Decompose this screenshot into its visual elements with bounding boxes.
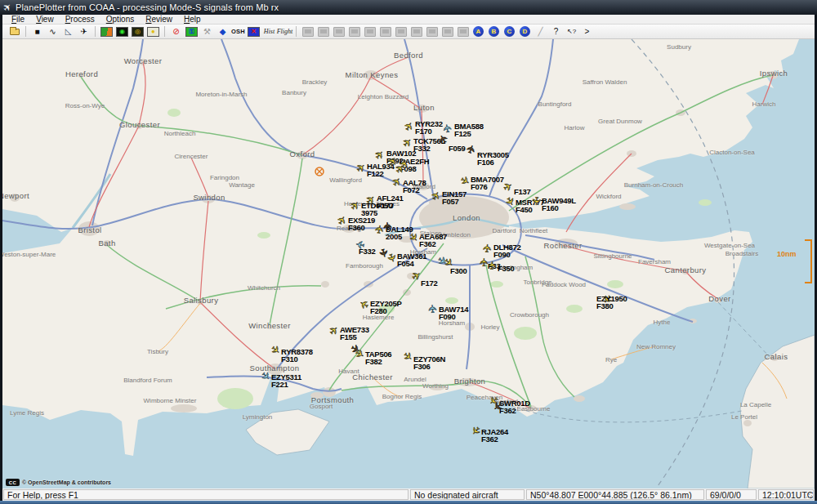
select-c-button[interactable]: C xyxy=(502,25,516,38)
town-label: Blandford Forum xyxy=(123,377,172,384)
blank-button-10[interactable] xyxy=(440,25,454,38)
town-label: Crowborough xyxy=(510,311,549,319)
blank-icon xyxy=(426,27,438,37)
aircraft-view-button[interactable]: ✈ xyxy=(77,25,91,38)
town-label: Sittingbourne xyxy=(593,252,632,260)
tools-button[interactable]: ⚒ xyxy=(200,25,214,38)
menu-item-review[interactable]: Review xyxy=(140,15,178,25)
status-bar: For Help, press F1 No designated aircraf… xyxy=(2,488,815,501)
select-d-button[interactable]: D xyxy=(518,25,532,38)
aircraft-label-ezy5311[interactable]: EZY5311F221 xyxy=(271,374,301,388)
signal-trace-button[interactable]: ∿ xyxy=(46,25,60,38)
blank-icon xyxy=(411,27,422,37)
radar-window-button-icon: ◉ xyxy=(116,27,128,37)
no-entry-button[interactable]: ⊘ xyxy=(169,25,183,38)
aircraft-label-hal934[interactable]: HAL934F122 xyxy=(367,163,395,177)
aircraft-label-f059[interactable]: F059 xyxy=(449,145,465,153)
radar-window-button[interactable]: ◉ xyxy=(115,25,129,38)
aircraft-label-line: F172 xyxy=(421,280,437,288)
aircraft-label-ezy706n[interactable]: EZY706NF306 xyxy=(413,356,445,370)
flight-button[interactable]: Flight xyxy=(278,25,292,38)
aircraft-label-baw714[interactable]: BAW714F090 xyxy=(439,306,468,320)
aircraft-label-ein157[interactable]: EIN157F057 xyxy=(442,191,467,205)
town-label: Harwich xyxy=(752,100,776,108)
blank-button-8[interactable] xyxy=(409,25,423,38)
aircraft-label-aea687[interactable]: AEA687F362 xyxy=(419,234,447,248)
town-label: Burnham-on-Crouch xyxy=(624,181,683,189)
blank-button-7[interactable] xyxy=(394,25,408,38)
aircraft-label-ezy1950[interactable]: EZY1950F380 xyxy=(596,296,627,310)
aircraft-marker-baw714[interactable]: ✈ xyxy=(426,302,439,314)
delete-button-icon: ✕ xyxy=(248,27,260,37)
menu-item-process[interactable]: Process xyxy=(60,15,100,25)
blank-button-6[interactable] xyxy=(378,25,392,38)
aircraft-label-bma7007[interactable]: BMA7007F076 xyxy=(471,176,504,190)
graph-button[interactable]: ◺ xyxy=(61,25,75,38)
town-label: Horley xyxy=(480,323,499,331)
aircraft-label-ezy205p[interactable]: EZY205PF280 xyxy=(370,301,402,314)
blank-icon xyxy=(442,27,453,37)
globe-button[interactable]: ◆ xyxy=(216,25,230,38)
osh-button[interactable]: OSH xyxy=(231,25,245,38)
permissions-button[interactable]: ⚿ xyxy=(185,25,199,38)
blank-icon xyxy=(318,27,329,37)
select-b-button[interactable]: B xyxy=(487,25,501,38)
aircraft-label-tap506[interactable]: TAP506F382 xyxy=(365,351,391,365)
town-label: Farnborough xyxy=(346,262,383,270)
menu-item-file[interactable]: File xyxy=(6,15,30,25)
aircraft-label-f300[interactable]: F300 xyxy=(450,268,467,275)
context-help-button[interactable]: ↖? xyxy=(565,25,578,38)
menu-item-options[interactable]: Options xyxy=(100,15,140,25)
hist-button[interactable]: Hist xyxy=(262,25,276,38)
aircraft-label-awe733[interactable]: AWE733F155 xyxy=(340,327,369,341)
aircraft-label-ryr3005[interactable]: RYR3005F106 xyxy=(477,152,509,166)
aircraft-label-exs219[interactable]: EXS219F360 xyxy=(348,217,375,231)
blank-button-3[interactable] xyxy=(332,25,346,38)
blank-button-9[interactable] xyxy=(425,25,439,38)
select-a-button[interactable]: A xyxy=(471,25,485,38)
polar-window-button[interactable]: ● xyxy=(146,25,160,38)
blank-button-2[interactable] xyxy=(316,25,330,38)
letter-b-icon: B xyxy=(489,26,499,37)
town-label: Broadstairs xyxy=(725,250,758,257)
delete-button[interactable]: ✕ xyxy=(247,25,261,38)
aircraft-marker[interactable]: ✈ xyxy=(382,220,394,232)
aircraft-label-aal78[interactable]: AAL78F072 xyxy=(403,180,426,194)
open-file-button[interactable] xyxy=(7,25,21,38)
stop-processing-button[interactable]: ■ xyxy=(30,25,44,38)
aircraft-label-rja264[interactable]: RJA264F362 xyxy=(481,429,508,443)
table-window-button-icon: ◎ xyxy=(132,27,144,37)
password-button[interactable]: ? xyxy=(549,25,563,38)
receiver-marker[interactable] xyxy=(315,167,324,176)
aircraft-label-baw361[interactable]: BAW361F054 xyxy=(397,253,426,267)
map-window-button[interactable] xyxy=(100,25,114,38)
blank-button-1[interactable] xyxy=(301,25,315,38)
aircraft-label-line: F310 xyxy=(281,356,313,364)
map-canvas[interactable]: WorcesterHerefordRoss-on-WyeGloucesterMo… xyxy=(2,39,815,488)
blank-button-4[interactable] xyxy=(347,25,361,38)
aircraft-label-f137[interactable]: F137 xyxy=(514,189,530,196)
menu-item-help[interactable]: Help xyxy=(178,15,207,25)
town-label: Sudbury xyxy=(667,43,691,51)
table-window-button[interactable]: ◎ xyxy=(131,25,145,38)
aircraft-label-etd005u[interactable]: ETD005U3975 xyxy=(361,203,394,216)
aircraft-label-f332[interactable]: F332 xyxy=(359,248,375,256)
blank-icon xyxy=(333,27,345,37)
aircraft-label-ryr8378[interactable]: RYR8378F310 xyxy=(281,349,313,363)
more-tools-button[interactable]: > xyxy=(580,25,594,38)
aircraft-label-f172[interactable]: F172 xyxy=(421,280,437,288)
aircraft-marker-baw949l[interactable]: ✈ xyxy=(529,194,542,207)
menu-item-view[interactable]: View xyxy=(30,15,60,25)
blank-button-11[interactable] xyxy=(456,25,470,38)
aircraft-label-line: F137 xyxy=(514,189,530,196)
aircraft-label-f350[interactable]: F350 xyxy=(498,265,514,273)
draw-line-button[interactable]: ╱ xyxy=(534,25,547,38)
aircraft-label-ryr232[interactable]: RYR232F170 xyxy=(415,121,443,135)
blank-button-5[interactable] xyxy=(363,25,377,38)
status-designated-aircraft: No designated aircraft xyxy=(410,489,525,500)
aircraft-label-bma588[interactable]: BMA588F125 xyxy=(454,123,484,137)
aircraft-marker-dlh872[interactable]: ✈ xyxy=(481,242,493,254)
aircraft-label-line: F106 xyxy=(477,159,509,167)
aircraft-label-baw949l[interactable]: BAW949LF160 xyxy=(542,198,576,212)
aircraft-label-dlh872[interactable]: DLH872F090 xyxy=(493,244,521,258)
